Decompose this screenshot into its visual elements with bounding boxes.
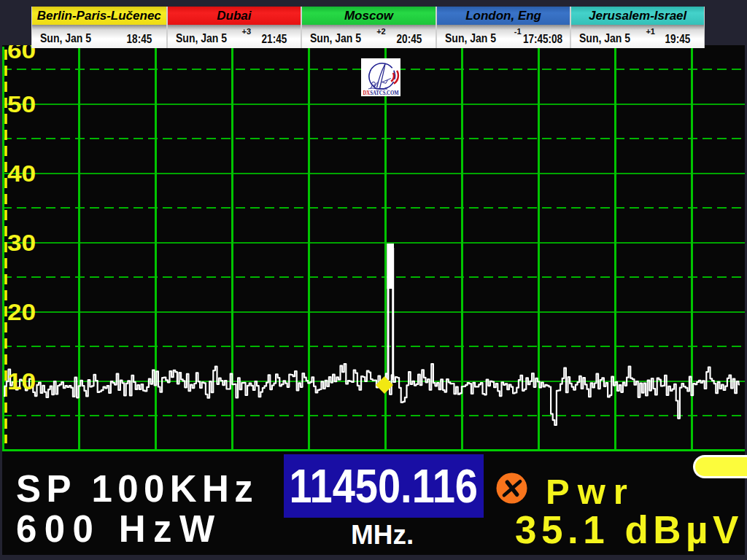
svg-text:DXSATCS.COM: DXSATCS.COM xyxy=(363,89,399,96)
